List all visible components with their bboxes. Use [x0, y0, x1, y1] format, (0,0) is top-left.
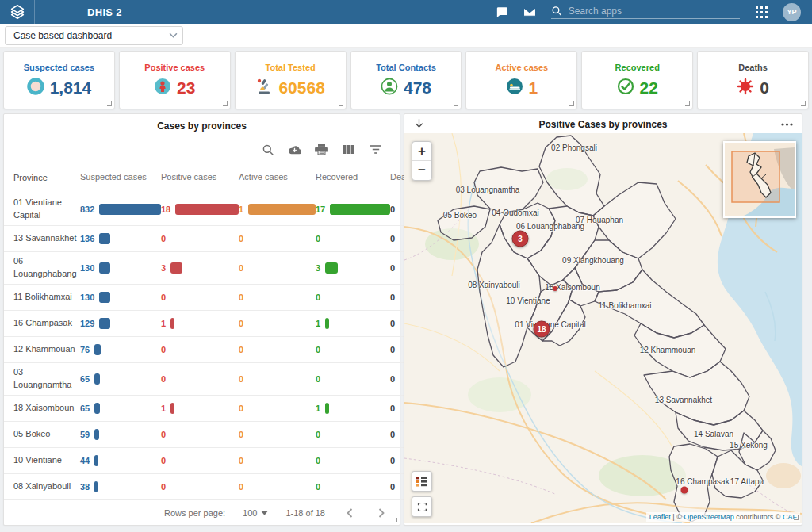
table-row[interactable]: 12 Khammouan760000: [4, 337, 448, 363]
value-bar: [325, 403, 329, 414]
rows-per-page-select[interactable]: 100: [243, 508, 268, 518]
stat-card-label: Positive cases: [144, 63, 205, 72]
patient-bed-icon: [506, 78, 523, 98]
stat-card-total-tested[interactable]: Total Tested60568: [235, 51, 347, 109]
cell-value: 0: [390, 482, 395, 492]
caret-down-icon: [261, 511, 268, 515]
mail-icon[interactable]: [523, 5, 537, 19]
legend-button[interactable]: [412, 471, 432, 492]
province-map-label: 05 Bokeo: [443, 211, 477, 220]
cell-value: 0: [239, 404, 243, 413]
province-name: 03 Louangnamtha: [4, 366, 80, 392]
cloud-download-icon[interactable]: [288, 143, 301, 156]
top-header-bar: DHIS 2 YP: [0, 0, 812, 24]
zoom-in-button[interactable]: +: [412, 142, 431, 161]
province-name: 08 Xainyabouli: [4, 480, 80, 493]
apps-grid-icon[interactable]: [754, 5, 768, 19]
table-row[interactable]: 03 Louangnamtha650000: [4, 363, 448, 396]
value-bar: [325, 318, 329, 329]
cell-value: 18: [161, 205, 170, 214]
cell-value: 0: [390, 319, 395, 328]
minimap-inset[interactable]: [723, 141, 796, 218]
stat-card-positive-cases[interactable]: Positive cases23: [119, 51, 231, 109]
table-row[interactable]: 05 Bokeo590000: [4, 422, 448, 448]
card-resize-grip[interactable]: [685, 101, 690, 106]
map-panel-title: Positive Cases by provinces: [427, 119, 779, 130]
case-dot-marker[interactable]: [553, 286, 557, 291]
card-resize-grip[interactable]: [569, 101, 574, 106]
cell-value: 0: [161, 234, 166, 243]
cell-value: 0: [316, 430, 320, 439]
cell-value: 0: [161, 482, 166, 492]
download-icon[interactable]: [412, 117, 427, 132]
table-row[interactable]: 01 Vientiane Capital832181170: [4, 193, 448, 226]
print-icon[interactable]: [315, 143, 328, 156]
table-row[interactable]: 06 Louangphabang1303030: [4, 252, 448, 285]
cell-value: 0: [239, 482, 243, 492]
panel-resize-grip[interactable]: [794, 515, 799, 520]
cell-value: 0: [239, 234, 243, 243]
value-bar: [99, 318, 110, 329]
province-map-label: 12 Khammouan: [640, 346, 696, 354]
map-attribution: Leaflet | © OpenStreetMap contributors ©…: [646, 512, 800, 522]
province-name: 10 Vientiane: [4, 454, 80, 467]
stat-cards-row: Suspected cases1,814Positive cases23Tota…: [0, 48, 812, 109]
search-apps-input[interactable]: [569, 6, 740, 17]
stat-card-deaths[interactable]: Deaths0: [697, 51, 809, 109]
user-avatar[interactable]: YP: [783, 3, 801, 21]
search-icon[interactable]: [261, 143, 274, 156]
column-header-positive-cases[interactable]: Positive cases: [161, 172, 239, 185]
table-row[interactable]: 11 Bolikhamxai1300000: [4, 285, 448, 311]
attribution-text: contributors ©: [734, 513, 783, 521]
card-resize-grip[interactable]: [107, 101, 112, 106]
stat-card-active-cases[interactable]: Active cases1: [465, 51, 577, 109]
case-cluster-marker[interactable]: 3: [512, 231, 529, 247]
card-resize-grip[interactable]: [223, 101, 228, 106]
cell-value: 59: [80, 430, 90, 439]
stat-card-recovered[interactable]: Recovered22: [581, 51, 693, 109]
table-row[interactable]: 16 Champasak1291010: [4, 311, 448, 337]
stat-card-suspected-cases[interactable]: Suspected cases1,814: [3, 51, 115, 109]
province-map-label: 04 Oudomxai: [492, 209, 538, 217]
card-resize-grip[interactable]: [339, 101, 343, 106]
value-bar: [99, 204, 161, 215]
attribution-link[interactable]: OpenStreetMap: [684, 513, 734, 521]
case-dot-marker[interactable]: [681, 487, 688, 494]
zoom-out-button[interactable]: −: [412, 161, 431, 180]
next-page-button[interactable]: [374, 506, 389, 520]
app-search[interactable]: [551, 5, 740, 19]
table-row[interactable]: 10 Vientiane440000: [4, 448, 448, 474]
columns-icon[interactable]: [342, 143, 355, 156]
cell-value: 65: [80, 404, 90, 413]
cell-value: 130: [80, 263, 94, 273]
value-bar: [175, 204, 239, 215]
card-resize-grip[interactable]: [801, 101, 806, 106]
cell-value: 0: [390, 205, 395, 214]
card-resize-grip[interactable]: [454, 101, 458, 106]
column-header-province[interactable]: Province: [4, 172, 80, 185]
cell-value: 0: [161, 345, 166, 354]
filter-icon[interactable]: [369, 143, 382, 156]
stat-card-value: 60568: [278, 78, 324, 98]
column-header-suspected-cases[interactable]: Suspected cases: [80, 172, 161, 185]
leaflet-map[interactable]: 02 Phongsali03 Louangnamtha04 Oudomxai05…: [404, 133, 802, 523]
panel-resize-grip[interactable]: [393, 518, 397, 522]
table-row[interactable]: 08 Xainyabouli380000: [4, 474, 448, 500]
attribution-link[interactable]: Leaflet: [649, 513, 671, 521]
stat-card-total-contacts[interactable]: Total Contacts478: [350, 51, 462, 109]
column-header-active-cases[interactable]: Active cases: [239, 172, 316, 185]
cell-value: 0: [161, 293, 166, 302]
cell-value: 0: [161, 430, 166, 439]
messages-icon[interactable]: [494, 5, 508, 19]
more-options-icon[interactable]: [779, 117, 794, 132]
dashboard-selector[interactable]: Case based dashboard: [5, 26, 183, 45]
province-name: 05 Bokeo: [4, 428, 80, 441]
dhis2-logo[interactable]: [0, 0, 35, 24]
table-row[interactable]: 13 Savannakhet1360000: [4, 226, 448, 252]
fullscreen-button[interactable]: [412, 496, 432, 517]
column-header-recovered[interactable]: Recovered: [316, 172, 390, 185]
case-cluster-marker[interactable]: 18: [534, 321, 550, 338]
table-row[interactable]: 18 Xaisomboun651010: [4, 396, 448, 422]
previous-page-button[interactable]: [343, 506, 357, 520]
value-bar: [248, 204, 316, 215]
